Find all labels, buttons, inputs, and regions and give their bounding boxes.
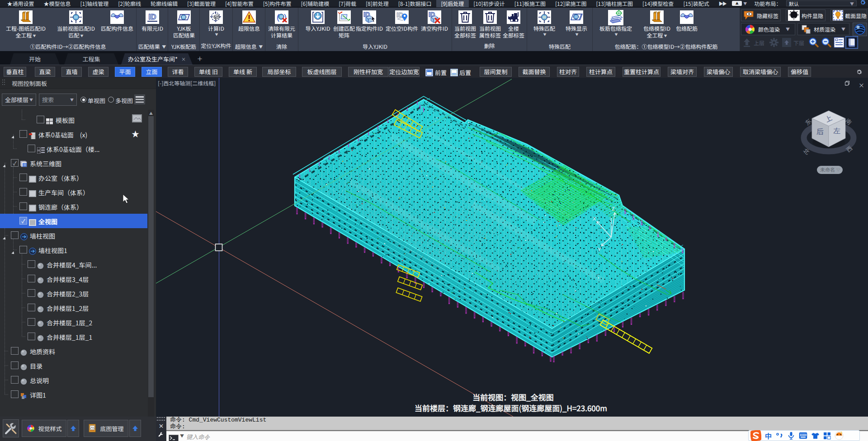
svg-text:左: 左 (833, 125, 840, 136)
svg-text:Z: Z (612, 206, 615, 211)
svg-text:X: X (593, 216, 596, 221)
svg-text:未命名: 未命名 (820, 166, 835, 173)
svg-text:后: 后 (816, 126, 824, 136)
svg-text:▽: ▽ (836, 167, 840, 172)
svg-text:Y: Y (598, 247, 601, 252)
svg-text:ID: ID (149, 13, 156, 21)
